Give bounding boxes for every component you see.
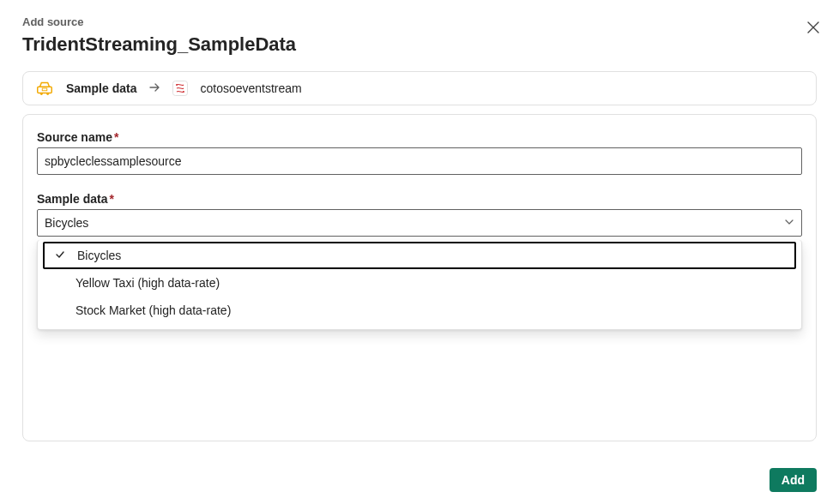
breadcrumb-source: Sample data	[66, 81, 136, 95]
dropdown-option-label: Bicycles	[77, 249, 121, 262]
sample-data-icon	[35, 79, 54, 98]
sample-data-dropdown: Bicycles Yellow Taxi (high data-rate) St…	[37, 240, 802, 330]
dropdown-option-label: Yellow Taxi (high data-rate)	[75, 276, 220, 290]
svg-point-1	[40, 93, 43, 95]
page-subtitle: Add source	[22, 15, 817, 28]
svg-point-2	[46, 93, 49, 95]
source-name-label: Source name*	[37, 130, 802, 144]
footer: Add	[770, 468, 817, 492]
required-mark: *	[109, 192, 113, 206]
svg-rect-3	[42, 88, 47, 91]
svg-point-6	[183, 91, 184, 93]
sample-data-select[interactable]: Bicycles	[37, 209, 802, 237]
close-button[interactable]	[805, 19, 822, 36]
close-icon	[807, 21, 819, 33]
source-name-input[interactable]	[37, 147, 802, 175]
check-icon	[55, 249, 65, 262]
breadcrumb: Sample data cotosoeventstream	[22, 71, 817, 105]
dropdown-option-label: Stock Market (high data-rate)	[75, 303, 231, 317]
svg-point-5	[176, 84, 178, 86]
form-card: Source name* Sample data* Bicycles Bicyc…	[22, 114, 817, 441]
chevron-down-icon	[784, 216, 794, 230]
sample-data-selected-value: Bicycles	[45, 216, 88, 230]
page-title: TridentStreaming_SampleData	[22, 33, 817, 56]
arrow-right-icon	[148, 81, 160, 96]
required-mark: *	[114, 130, 118, 144]
breadcrumb-destination: cotosoeventstream	[200, 81, 301, 95]
dropdown-option-stock-market[interactable]: Stock Market (high data-rate)	[43, 297, 796, 324]
sample-data-label: Sample data*	[37, 192, 802, 206]
sample-data-label-text: Sample data	[37, 192, 107, 206]
dropdown-option-yellow-taxi[interactable]: Yellow Taxi (high data-rate)	[43, 269, 796, 297]
eventstream-icon	[172, 81, 188, 96]
source-name-label-text: Source name	[37, 130, 112, 144]
add-button[interactable]: Add	[770, 468, 817, 492]
dropdown-option-bicycles[interactable]: Bicycles	[43, 242, 796, 269]
